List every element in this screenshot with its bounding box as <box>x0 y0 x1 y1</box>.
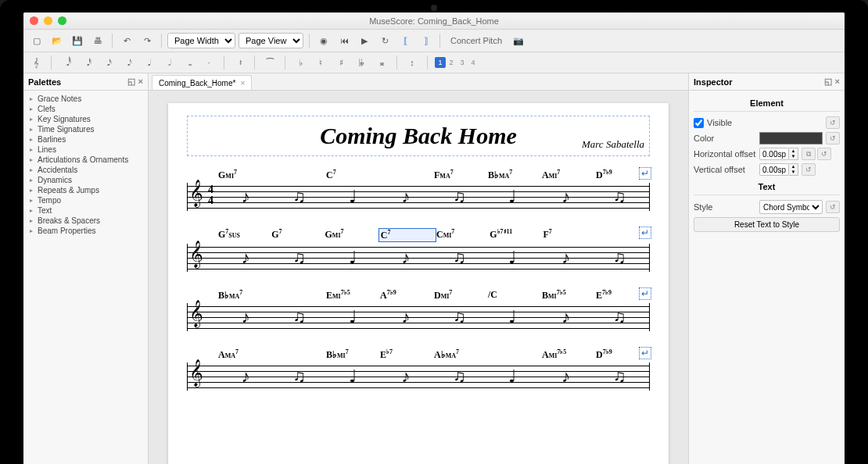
chord-symbol[interactable]: C7 <box>378 228 436 242</box>
chord-symbol[interactable]: DMI7 <box>434 289 488 302</box>
note[interactable]: ♩ <box>326 183 379 211</box>
note[interactable]: ♫ <box>272 362 325 391</box>
chord-symbol[interactable]: AMI7 <box>542 169 596 181</box>
note[interactable]: ♫ <box>272 183 325 211</box>
chord-symbol[interactable] <box>488 348 542 361</box>
staff[interactable]: 𝄞♪♫♩♪♫♩♪♫ <box>187 362 650 391</box>
note[interactable]: ♫ <box>593 244 646 272</box>
undock-icon[interactable]: ◱ <box>127 77 135 87</box>
chord-symbol[interactable] <box>272 169 326 181</box>
hoffset-input[interactable] <box>759 148 789 160</box>
loop-out-button[interactable]: ⟧ <box>417 33 434 48</box>
note[interactable]: ♪ <box>540 244 593 272</box>
new-file-button[interactable]: ▢ <box>28 33 45 48</box>
palette-item[interactable]: ▸Key Signatures <box>23 114 148 124</box>
note[interactable]: ♫ <box>432 362 486 391</box>
chord-symbol[interactable]: B♭MA7 <box>488 169 542 181</box>
voice-3-button[interactable]: 3 <box>457 57 468 68</box>
chord-symbol[interactable]: G♭7♯11 <box>490 228 543 242</box>
note[interactable]: ♩ <box>326 362 379 391</box>
anchor-icon[interactable]: ⧉ <box>802 148 816 160</box>
system-break-icon[interactable]: ↵ <box>639 227 651 239</box>
palette-item[interactable]: ▸Clefs <box>23 104 148 114</box>
note[interactable]: ♫ <box>432 183 486 211</box>
palette-item[interactable]: ▸Tempo <box>23 195 148 205</box>
palette-item[interactable]: ▸Grace Notes <box>23 94 148 104</box>
note[interactable]: ♪ <box>219 244 272 272</box>
duration-dot[interactable]: · <box>201 55 217 70</box>
spin-down-icon[interactable]: ▼ <box>789 170 798 175</box>
loop-button[interactable]: ↻ <box>376 33 393 48</box>
duration-16th[interactable]: 𝅘𝅥𝅯 <box>99 55 115 70</box>
reset-hoffset-button[interactable]: ↺ <box>817 148 831 160</box>
double-sharp-button[interactable]: 𝄪 <box>374 55 389 70</box>
note[interactable]: ♪ <box>219 362 272 391</box>
chord-symbol[interactable]: B♭MA7 <box>218 289 272 302</box>
staff[interactable]: 𝄞♪♫♩♪♫♩♪♫ <box>187 303 650 331</box>
voice-1-button[interactable]: 1 <box>435 57 446 68</box>
note[interactable]: ♩ <box>486 362 539 391</box>
chord-symbol[interactable] <box>380 169 434 181</box>
palette-item[interactable]: ▸Accidentals <box>23 165 148 175</box>
note[interactable]: ♪ <box>219 183 272 211</box>
note[interactable]: ♪ <box>379 362 432 391</box>
score-title[interactable]: Coming Back Home <box>191 123 646 149</box>
visible-checkbox[interactable] <box>694 118 704 128</box>
rewind-button[interactable]: ⏮ <box>335 33 353 48</box>
duration-quarter[interactable]: 𝅘𝅥 <box>140 55 156 70</box>
spin-up-icon[interactable]: ▲ <box>789 164 798 170</box>
chord-symbol[interactable]: GMI7 <box>325 228 378 242</box>
close-tab-icon[interactable]: × <box>240 79 245 87</box>
chord-symbol[interactable]: GMI7 <box>218 169 272 181</box>
note[interactable]: ♫ <box>272 244 325 272</box>
play-button[interactable]: ▶ <box>356 33 373 48</box>
staff[interactable]: 𝄞♪♫♩♪♫♩♪♫ <box>187 244 650 272</box>
open-file-button[interactable]: 📂 <box>48 33 66 48</box>
treble-clef[interactable]: 𝄞 <box>189 300 203 327</box>
note[interactable]: ♫ <box>272 303 325 331</box>
title-frame[interactable]: Coming Back Home Marc Sabatella <box>187 116 650 156</box>
minimize-window-button[interactable] <box>44 16 52 25</box>
palette-item[interactable]: ▸Barlines <box>23 134 148 145</box>
note[interactable]: ♪ <box>379 303 432 331</box>
flip-button[interactable]: ↕ <box>404 55 420 70</box>
note[interactable]: ♫ <box>593 303 646 331</box>
palette-item[interactable]: ▸Lines <box>23 145 148 155</box>
chord-symbol[interactable]: AMA7 <box>218 348 272 361</box>
staff[interactable]: 𝄞44♪♫♩♪♫♩♪♫ <box>187 183 650 211</box>
time-signature[interactable]: 44 <box>208 184 213 206</box>
voice-2-button[interactable]: 2 <box>446 57 457 68</box>
redo-button[interactable]: ↷ <box>138 33 156 48</box>
zoom-select[interactable]: Page Width <box>167 33 235 48</box>
score-canvas[interactable]: Coming Back Home Marc Sabatella GMI7C7FM… <box>149 91 688 464</box>
chord-symbol[interactable]: F7 <box>543 228 597 242</box>
print-button[interactable]: 🖶 <box>89 33 106 48</box>
palette-item[interactable]: ▸Dynamics <box>23 175 148 185</box>
palette-item[interactable]: ▸Breaks & Spacers <box>23 216 148 226</box>
camera-icon[interactable]: 📷 <box>510 33 527 48</box>
system-break-icon[interactable]: ↵ <box>639 287 651 300</box>
chord-symbol[interactable] <box>272 289 326 302</box>
duration-64th[interactable]: 𝅘𝅥𝅱 <box>59 55 74 70</box>
concert-pitch-button[interactable]: Concert Pitch <box>446 36 507 45</box>
treble-clef[interactable]: 𝄞 <box>189 241 203 268</box>
voffset-input[interactable] <box>759 163 789 176</box>
natural-button[interactable]: ♮ <box>313 55 328 70</box>
system-break-icon[interactable]: ↵ <box>639 347 651 359</box>
undo-button[interactable]: ↶ <box>118 33 135 48</box>
treble-clef[interactable]: 𝄞 <box>189 180 203 207</box>
treble-clef[interactable]: 𝄞 <box>189 359 203 387</box>
duration-whole[interactable]: 𝅝 <box>181 55 196 70</box>
document-tab[interactable]: Coming_Back_Home* × <box>152 75 252 90</box>
chord-symbol[interactable]: B♭MI7 <box>326 348 380 361</box>
chord-symbol[interactable]: A♭MA7 <box>434 348 488 361</box>
chord-symbol[interactable]: E♭7 <box>380 348 434 361</box>
note[interactable]: ♪ <box>379 244 432 272</box>
maximize-window-button[interactable] <box>58 16 66 25</box>
note[interactable]: ♫ <box>593 183 646 211</box>
note[interactable]: ♫ <box>432 244 486 272</box>
reset-style-button[interactable]: ↺ <box>826 201 840 213</box>
note[interactable]: ♩ <box>326 244 379 272</box>
spin-down-icon[interactable]: ▼ <box>789 154 798 159</box>
sharp-button[interactable]: ♯ <box>333 55 349 70</box>
